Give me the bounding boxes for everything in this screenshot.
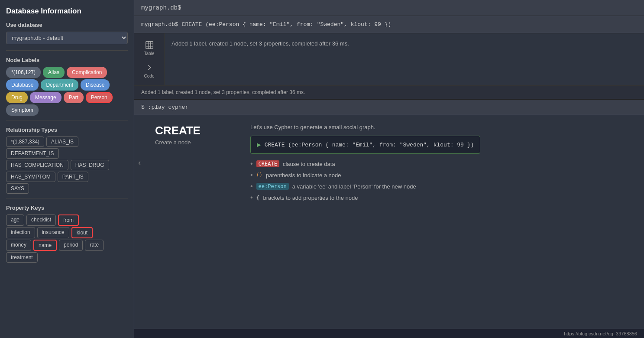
sidebar: Database Information Use database mygrap… — [0, 0, 134, 338]
code-view-button[interactable]: Code — [137, 60, 162, 81]
svg-rect-0 — [146, 42, 153, 49]
code-label: Code — [144, 74, 155, 78]
rel-row5: SAYS — [6, 183, 128, 194]
panel-icon-sidebar: Table Code — [134, 33, 165, 85]
tag-insurance[interactable]: insurance — [37, 227, 69, 238]
prop-row1: age checklist from — [6, 214, 128, 226]
tag-from[interactable]: from — [58, 214, 79, 226]
main-content: mygraph.db$ mygraph.db$ CREATE (ee:Perso… — [134, 0, 644, 338]
tag-rate[interactable]: rate — [85, 240, 104, 251]
highlight-paren: () — [256, 172, 262, 178]
node-labels-row3: Drug Message Part Person — [6, 92, 128, 103]
node-labels-title: Node Labels — [6, 57, 128, 63]
panel1-command: mygraph.db$ CREATE (ee:Person { name: "E… — [134, 16, 644, 33]
bullet-bracket-text: brackets to add properties to the node — [263, 195, 358, 201]
tag-name[interactable]: name — [33, 240, 57, 251]
bullet-eeperson-text: a variable 'ee' and label 'Person' for t… — [292, 183, 416, 190]
tag-alias-is[interactable]: ALIAS_IS — [46, 136, 78, 147]
tag-money[interactable]: money — [6, 240, 31, 251]
tag-part[interactable]: Part — [64, 92, 84, 103]
tag-says[interactable]: SAYS — [6, 183, 29, 194]
top-prompt-bar: mygraph.db$ — [134, 0, 644, 16]
tag-person[interactable]: Person — [86, 92, 113, 103]
tag-age[interactable]: age — [6, 214, 24, 226]
tag-department[interactable]: Department — [41, 79, 78, 91]
bullet-paren-text: parenthesis to indicate a node — [266, 172, 341, 179]
tag-106127[interactable]: *(106,127) — [6, 67, 41, 78]
tag-database[interactable]: Database — [6, 79, 39, 91]
tag-department-is[interactable]: DEPARTMENT_IS — [6, 148, 59, 159]
panel2-body: CREATE Create a node Let's use Cypher to… — [145, 115, 491, 210]
footer-url: https://blog.csdn.net/qq_39768856 — [564, 331, 637, 336]
footer-bar: https://blog.csdn.net/qq_39768856 — [134, 329, 644, 338]
rel-row2: DEPARTMENT_IS — [6, 148, 128, 159]
rel-row3: HAS_COMPLICATION HAS_DRUG — [6, 160, 128, 170]
tag-symptom[interactable]: Symptom — [6, 104, 39, 116]
panel2-description: Let's use Cypher to generate a small soc… — [250, 124, 480, 130]
panel2-right-section: Let's use Cypher to generate a small soc… — [250, 124, 480, 202]
bullet-paren: () parenthesis to indicate a node — [250, 171, 480, 179]
panel2-content-wrapper: ‹ CREATE Create a node Let's use Cypher … — [134, 115, 644, 210]
tag-period[interactable]: period — [59, 240, 83, 251]
prop-row2: infection insurance klout — [6, 227, 128, 238]
prop-row3: money name period rate — [6, 240, 128, 251]
bullet-eeperson: ee:Person a variable 'ee' and label 'Per… — [250, 182, 480, 190]
play-icon: ▶ — [257, 140, 261, 149]
tag-has-complication[interactable]: HAS_COMPLICATION — [6, 160, 68, 170]
sidebar-title: Database Information — [6, 7, 128, 16]
create-panel: mygraph.db$ CREATE (ee:Person { name: "E… — [134, 16, 644, 100]
tag-complication[interactable]: Complication — [67, 67, 107, 78]
node-labels-row4: Symptom — [6, 104, 128, 116]
database-select[interactable]: mygraph.db - default — [6, 32, 128, 44]
code-example-box: ▶ CREATE (ee:Person { name: "Emil", from… — [250, 136, 480, 154]
tag-message[interactable]: Message — [30, 92, 61, 103]
node-labels-container: *(106,127) Alias Complication — [6, 67, 128, 78]
relationship-types-title: Relationship Types — [6, 127, 128, 133]
rel-row1: *(1,887,334) ALIAS_IS — [6, 136, 128, 147]
tag-rel-count[interactable]: *(1,887,334) — [6, 136, 44, 147]
tag-drug[interactable]: Drug — [6, 92, 28, 103]
bullet-create-text: clause to create data — [283, 161, 335, 167]
code-example-text: CREATE (ee:Person { name: "Emil", from: … — [265, 142, 474, 148]
highlight-create: CREATE — [256, 160, 279, 167]
highlight-bracket: { — [256, 195, 260, 201]
highlight-eeperson: ee:Person — [256, 183, 289, 190]
prop-row4: treatment — [6, 252, 128, 263]
top-prompt-text: mygraph.db$ — [141, 4, 181, 11]
rel-row4: HAS_SYMPTOM PART_IS — [6, 172, 128, 182]
create-heading: CREATE — [155, 124, 233, 137]
table-view-button[interactable]: Table — [137, 38, 162, 58]
tag-infection[interactable]: infection — [6, 227, 35, 238]
tag-disease[interactable]: Disease — [81, 79, 110, 91]
tag-has-symptom[interactable]: HAS_SYMPTOM — [6, 172, 55, 182]
table-label: Table — [144, 51, 155, 56]
panel1-body: Table Code Added 1 label, created 1 node… — [134, 33, 644, 85]
panel1-status: Added 1 label, created 1 node, set 3 pro… — [134, 85, 644, 99]
tag-treatment[interactable]: treatment — [6, 252, 38, 263]
tag-alias[interactable]: Alias — [43, 67, 65, 78]
panel2-left-section: CREATE Create a node — [155, 124, 233, 202]
panel1-result: Added 1 label, created 1 node, set 3 pro… — [165, 33, 644, 85]
bullet-bracket: { brackets to add properties to the node — [250, 194, 480, 202]
create-subheading: Create a node — [155, 139, 233, 146]
bullet-list: CREATE clause to create data () parenthe… — [250, 160, 480, 202]
tag-part-is[interactable]: PART_IS — [58, 172, 88, 182]
content-area: mygraph.db$ CREATE (ee:Person { name: "E… — [134, 16, 644, 329]
property-keys-title: Property Keys — [6, 205, 128, 211]
nav-arrow-left[interactable]: ‹ — [134, 115, 145, 210]
tag-checklist[interactable]: checklist — [26, 214, 56, 226]
bullet-create: CREATE clause to create data — [250, 160, 480, 168]
tag-klout[interactable]: klout — [71, 227, 93, 238]
tag-has-drug[interactable]: HAS_DRUG — [71, 160, 109, 170]
panel2-prompt: $ :play cypher — [134, 100, 644, 115]
panel1-result-text: Added 1 label, created 1 node, set 3 pro… — [172, 40, 349, 47]
use-database-label: Use database — [6, 22, 128, 28]
play-cypher-panel: $ :play cypher ‹ CREATE Create a node Le… — [134, 100, 644, 329]
node-labels-row2: Database Department Disease — [6, 79, 128, 91]
